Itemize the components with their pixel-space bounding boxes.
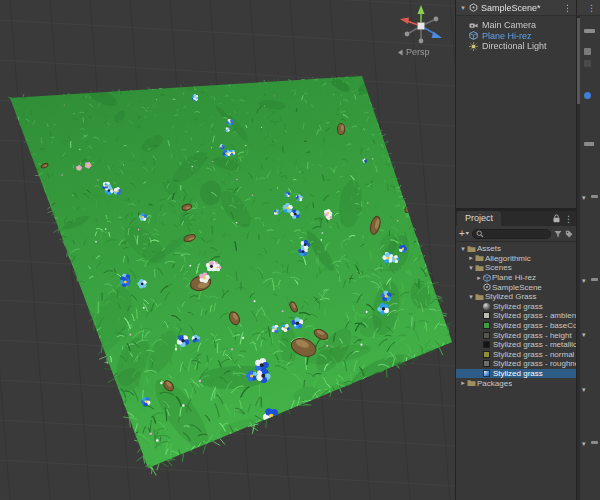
section-foldout-icon[interactable]: ▾ [582, 440, 586, 447]
tree-row-allegorithmic[interactable]: ▸ Allegorithmic [456, 254, 576, 264]
section-foldout-icon[interactable]: ▾ [582, 194, 586, 201]
tree-row-packages[interactable]: ▸ Packages [456, 378, 576, 388]
foldout-arrow-icon[interactable]: ▸ [475, 274, 483, 282]
hierarchy-item-label: Directional Light [482, 41, 547, 51]
foldout-arrow-icon[interactable]: ▾ [467, 293, 475, 301]
camera-icon [469, 21, 478, 30]
asset-label: Packages [477, 379, 512, 388]
light-icon [469, 42, 478, 51]
tree-row-metallic[interactable]: Stylized grass - metallic [456, 340, 576, 350]
asset-label: Assets [477, 244, 501, 253]
chevron-down-icon: ▾ [466, 226, 469, 241]
filter-by-type-icon[interactable] [554, 230, 562, 238]
asset-label: Stylized grass - height [493, 331, 572, 340]
project-panel: Project ⋮ + ▾ ▾ Assets ▸ [456, 211, 576, 500]
menu-icon[interactable]: ⋮ [563, 211, 574, 227]
asset-label: Stylized grass - roughness [493, 359, 576, 368]
lock-icon[interactable] [553, 214, 560, 223]
object-picker-icon [584, 92, 591, 99]
tree-row-stylized-grass-selected[interactable]: Stylized grass [456, 369, 576, 379]
hierarchy-item-main-camera[interactable]: Main Camera [456, 20, 576, 31]
asset-label: SampleScene [492, 283, 542, 292]
persp-icon [397, 49, 403, 56]
filter-by-label-icon[interactable] [565, 230, 573, 238]
inspector-header: ⋮ [577, 0, 600, 16]
hierarchy-list: Main Camera Plane Hi-rez Directional Lig… [456, 16, 576, 52]
texture-icon [483, 341, 490, 348]
folder-icon [475, 254, 484, 262]
folder-icon [467, 245, 476, 253]
inspector-scrollbar[interactable] [577, 16, 580, 500]
unity-scene-icon [483, 283, 491, 291]
project-tree: ▾ Assets ▸ Allegorithmic ▾ Scenes ▸ Plan… [456, 242, 576, 388]
scene-view-panel: Persp [0, 0, 455, 500]
foldout-arrow-icon[interactable]: ▸ [459, 379, 467, 387]
hierarchy-panel: ▾ SampleScene* ⋮ Main Camera Plane Hi-re… [456, 0, 576, 208]
scrollbar-thumb[interactable] [577, 18, 580, 104]
project-tab-bar: Project ⋮ [456, 211, 576, 226]
tab-project[interactable]: Project [457, 211, 501, 226]
truncated-text [584, 142, 594, 146]
truncated-field [584, 48, 591, 55]
asset-label: Scenes [485, 263, 512, 272]
search-icon [476, 230, 484, 238]
asset-label: Stylized grass - normal [493, 350, 574, 359]
tree-row-material[interactable]: Stylized grass [456, 302, 576, 312]
tree-row-height[interactable]: Stylized grass - height [456, 330, 576, 340]
scene-orientation-gizmo[interactable] [394, 1, 448, 51]
tree-row-ambientocclusion[interactable]: Stylized grass - ambientOcc [456, 311, 576, 321]
section-foldout-icon[interactable]: ▾ [582, 331, 586, 338]
hierarchy-scene-row[interactable]: ▾ SampleScene* ⋮ [456, 0, 576, 16]
tree-row-samplescene[interactable]: SampleScene [456, 282, 576, 292]
scene-name: SampleScene* [481, 3, 560, 13]
hierarchy-item-directional-light[interactable]: Directional Light [456, 41, 576, 52]
asset-label: Stylized grass [493, 302, 543, 311]
hierarchy-item-label: Main Camera [482, 20, 536, 30]
add-asset-button[interactable]: + ▾ [459, 226, 469, 241]
project-toolbar: + ▾ [456, 226, 576, 242]
texture-icon [483, 360, 490, 367]
texture-icon [483, 322, 490, 329]
section-foldout-icon[interactable]: ▾ [582, 277, 586, 284]
foldout-arrow-icon[interactable]: ▸ [467, 254, 475, 262]
asset-label: Stylized grass - metallic [493, 340, 576, 349]
hierarchy-item-plane-hi-rez[interactable]: Plane Hi-rez [456, 31, 576, 42]
mesh-cube-icon [469, 31, 478, 40]
unity-scene-icon [469, 3, 478, 12]
texture-icon [483, 351, 490, 358]
tree-row-basecolor[interactable]: Stylized grass - baseColor [456, 321, 576, 331]
asset-label: Allegorithmic [485, 254, 531, 263]
menu-icon[interactable]: ⋮ [586, 0, 597, 16]
material-sphere-icon [483, 303, 490, 310]
tree-row-roughness[interactable]: Stylized grass - roughness [456, 359, 576, 369]
folder-icon [467, 379, 476, 387]
folder-icon [475, 264, 484, 272]
mesh-cube-icon [483, 274, 491, 282]
tree-row-scenes[interactable]: ▾ Scenes [456, 263, 576, 273]
truncated-text [584, 29, 595, 33]
substance-icon [483, 370, 490, 377]
asset-label: Stylized grass - baseColor [493, 321, 576, 330]
tree-row-plane-hi-rez[interactable]: ▸ Plane Hi-rez [456, 273, 576, 283]
perspective-toggle[interactable]: Persp [397, 47, 430, 57]
foldout-arrow-icon[interactable]: ▾ [467, 264, 475, 272]
inspector-panel: ⋮ ▾ ▾ ▾ ▾ ▾ [577, 0, 600, 500]
tree-row-normal[interactable]: Stylized grass - normal [456, 350, 576, 360]
search-input[interactable] [472, 229, 551, 239]
tree-row-stylized-grass-folder[interactable]: ▾ Stylized Grass [456, 292, 576, 302]
truncated-text [591, 195, 598, 198]
section-foldout-icon[interactable]: ▾ [582, 386, 586, 393]
truncated-text [591, 278, 598, 281]
hierarchy-item-label: Plane Hi-rez [482, 31, 532, 41]
scene-viewport[interactable] [0, 0, 455, 500]
folder-icon [475, 293, 484, 301]
texture-icon [483, 312, 490, 319]
truncated-field [584, 60, 591, 67]
menu-icon[interactable]: ⋮ [562, 0, 573, 16]
foldout-arrow-icon[interactable]: ▾ [459, 245, 467, 253]
unity-editor-window: Persp ▾ SampleScene* ⋮ Main Camera [0, 0, 600, 500]
tree-row-assets[interactable]: ▾ Assets [456, 244, 576, 254]
asset-label: Plane Hi-rez [492, 273, 536, 282]
truncated-text [591, 441, 598, 444]
foldout-arrow-icon[interactable]: ▾ [459, 4, 467, 12]
